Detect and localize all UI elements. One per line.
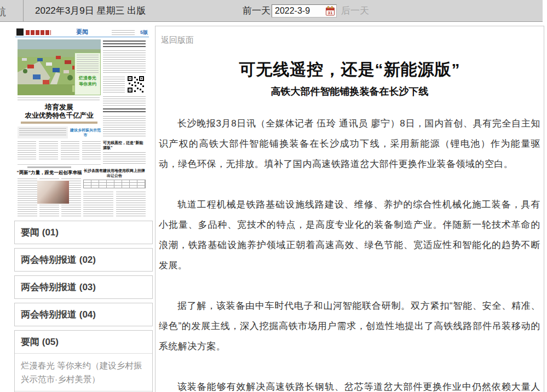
promo-title-line2: 等你来约 [75, 81, 100, 87]
right-column-text-3 [103, 96, 146, 106]
article-body: 长沙晚报3月8日讯（全媒体记者 伍玲 通讯员 廖宁）8日，国内首创、具有完全自主… [159, 113, 540, 392]
right-column-text-2 [103, 77, 125, 93]
page-thumbnail[interactable]: 要闻 5版 [15, 27, 149, 218]
sidebar-item-section-04[interactable]: 两会特别报道 (04) [14, 303, 153, 326]
thumb-headline-line2: 农业优势特色千亿产业 [18, 111, 101, 120]
sidebar-item-section-02[interactable]: 两会特别报道 (02) [14, 248, 153, 272]
sidebar-item-section-05[interactable]: 要闻 (05) [15, 331, 152, 354]
right-column-text-4 [103, 116, 146, 138]
qr-code [127, 76, 145, 93]
right-column-text-5 [103, 152, 146, 165]
section-list: 要闻 (01) 两会特别报道 (02) 两会特别报道 (03) 两会特别报道 (… [14, 221, 153, 392]
publication-date-label: 2022年3月9日 星期三 出版 [35, 0, 146, 21]
thumb-header-rule [15, 37, 149, 37]
svg-text:31: 31 [328, 10, 333, 15]
article-panel: 返回版面 可无线遥控，还是“新能源版” 高铁大部件智能铺换装备在长沙下线 长沙晚… [155, 26, 544, 392]
thumb-kicker-line [27, 166, 71, 168]
next-day-link[interactable]: 后一天 [341, 0, 369, 21]
thumb-mid-headline: “两新”力量，跟党一起创享幸福 [16, 170, 82, 176]
right-column-article-headline: 可无线遥控，还是“新能源版” [103, 140, 146, 150]
article-paragraph: 长沙晚报3月8日讯（全媒体记者 伍玲 通讯员 廖宁）8日，国内首创、具有完全自主… [159, 113, 540, 174]
thumb-dateline [112, 30, 135, 35]
photo-caption-lines [18, 97, 100, 100]
right-column-heading-2 [103, 108, 146, 113]
notice-text-columns [83, 192, 146, 217]
thumb-divider [18, 164, 101, 165]
article-paragraph: 据了解，该装备由中车时代电子和山河智能联合研制。双方紧扣“智能、安全、精准、绿色… [159, 296, 540, 356]
sidebar-item-section-03[interactable]: 两会特别报道 (03) [14, 275, 153, 299]
promo-panel: 烂漫春光 等你来约 [74, 53, 101, 95]
thumb-intro-box [18, 126, 68, 139]
worker-photo [37, 181, 69, 204]
toolbar-divider [23, 0, 24, 22]
sidebar-item-section-01[interactable]: 要闻 (01) [14, 221, 153, 244]
thumb-page-number: 5版 [140, 29, 148, 36]
previous-day-link[interactable]: 前一天 [243, 0, 270, 21]
article-subtitle: 高铁大部件智能铺换装备在长沙下线 [159, 85, 540, 98]
sidebar-current-section: 要闻 (05) 烂漫春光 等你来约（建设乡村振兴示范市·乡村美景） 培育发展农业… [14, 330, 153, 392]
land-notice-headline: 长沙县国有建设用地使用权网上挂牌出让公告 [83, 168, 146, 178]
top-toolbar: 航 2022年3月9日 星期三 出版 前一天 31 后一天 [0, 0, 543, 22]
promo-title-line1: 烂漫春光 [75, 75, 100, 81]
right-column-text-1 [103, 50, 146, 74]
back-to-page-link[interactable]: 返回版面 [161, 35, 194, 45]
thumb-subhead-line [21, 122, 97, 124]
thumb-column-banner: 建设乡村振兴示范市 [70, 128, 101, 137]
article-paragraph: 轨道工程机械是铁路基础设施线路建设、维修、养护的综合性机械化施工装备，具有小批量… [159, 194, 540, 275]
right-column-heading-lines [103, 41, 146, 48]
nav-menu-partial-label[interactable]: 航 [0, 5, 6, 19]
sidebar: 要闻 5版 [14, 27, 153, 392]
article-paragraph: 该装备能够有效解决高速铁路长钢轨、岔芯等道岔大部件更换作业中仍然依赖大量人工和小… [159, 377, 540, 392]
article-link-1[interactable]: 烂漫春光 等你来约（建设乡村振兴示范市·乡村美景） [15, 354, 152, 391]
date-picker-wrap: 31 [272, 4, 337, 18]
article-title: 可无线遥控，还是“新能源版” [159, 59, 540, 81]
notice-table [83, 180, 146, 188]
calendar-icon[interactable]: 31 [326, 6, 335, 16]
thumb-body-columns [18, 141, 101, 161]
promo-text-lines [77, 55, 99, 73]
